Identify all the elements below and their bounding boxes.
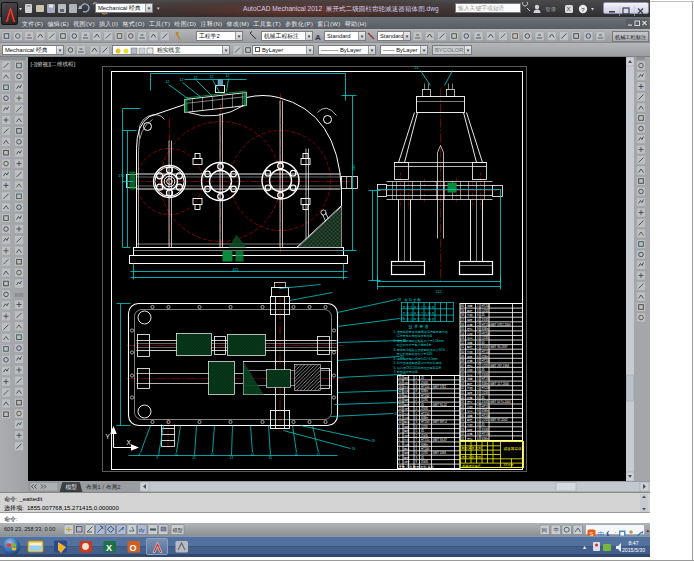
svg-text:油塞: 油塞 [467, 409, 473, 413]
svg-text:45: 45 [461, 373, 465, 377]
svg-text:12: 12 [194, 76, 198, 80]
svg-text:Q235: Q235 [482, 391, 489, 395]
svg-text:44: 44 [461, 377, 465, 381]
svg-text:HT200: HT200 [421, 420, 430, 424]
svg-text:螺栓: 螺栓 [404, 403, 410, 407]
svg-text:X: X [127, 439, 132, 446]
svg-text:45: 45 [482, 341, 486, 345]
svg-text:垫圈: 垫圈 [467, 386, 473, 390]
svg-text:7: 7 [477, 332, 479, 336]
svg-text:55: 55 [461, 327, 465, 331]
svg-text:模型: 模型 [66, 483, 78, 490]
svg-text:ZG35: ZG35 [482, 345, 489, 349]
svg-text:28: 28 [398, 298, 402, 302]
svg-text:35: 35 [461, 418, 465, 422]
svg-text:9: 9 [157, 456, 159, 460]
svg-text:XX大学: XX大学 [504, 463, 514, 467]
svg-text:挡圈: 挡圈 [467, 368, 473, 372]
svg-text:GB/T 297-1994: GB/T 297-1994 [490, 364, 510, 368]
svg-text:20: 20 [399, 376, 403, 380]
svg-text:GB/T 97-2002: GB/T 97-2002 [490, 418, 508, 422]
svg-text:2: 2 [416, 398, 418, 402]
svg-text:数齿压螺直中比模齿: 数齿压螺直中比模齿 [403, 305, 435, 309]
svg-text:60: 60 [461, 304, 465, 308]
svg-text:11: 11 [193, 456, 197, 460]
svg-text:螺栓: 螺栓 [467, 382, 473, 386]
svg-text:12: 12 [226, 74, 230, 78]
svg-text:45: 45 [482, 396, 486, 400]
svg-text:1: 1 [477, 386, 479, 390]
svg-text:轴承: 轴承 [467, 355, 473, 359]
svg-text:5: 5 [416, 394, 418, 398]
svg-text:3: 3 [477, 382, 479, 386]
svg-text:8: 8 [477, 350, 479, 354]
svg-text:销钉: 销钉 [403, 407, 410, 411]
svg-text:Y: Y [106, 433, 111, 440]
svg-text:端盖: 端盖 [467, 341, 473, 345]
svg-text:40: 40 [461, 396, 465, 400]
svg-text:8: 8 [416, 425, 418, 429]
svg-text:油塞: 油塞 [467, 373, 473, 377]
svg-text:· 登录: · 登录 [542, 6, 557, 13]
svg-text:19: 19 [399, 381, 403, 385]
svg-text:45: 45 [421, 376, 425, 380]
svg-text:制图 审核 比例: 制图 审核 比例 [462, 446, 482, 450]
svg-text:HT150: HT150 [421, 385, 430, 389]
svg-text:18: 18 [399, 385, 403, 389]
svg-text:9: 9 [477, 409, 479, 413]
svg-text:65Mn: 65Mn [482, 409, 489, 413]
svg-text:45: 45 [421, 456, 425, 460]
svg-text:GB/T 1096: GB/T 1096 [433, 451, 447, 455]
svg-text:垫圈: 垫圈 [467, 313, 473, 317]
svg-text:[-][俯视][二维线框]: [-][俯视][二维线框] [31, 61, 76, 68]
svg-text:32: 32 [461, 432, 465, 436]
svg-text:齿轮: 齿轮 [467, 364, 473, 368]
svg-text:HT150: HT150 [482, 350, 491, 354]
svg-text:31: 31 [461, 437, 465, 441]
svg-text:端盖: 端盖 [467, 304, 473, 308]
svg-text:ZG35: ZG35 [421, 434, 428, 438]
svg-text:X: X [567, 6, 571, 12]
svg-text:59: 59 [461, 309, 465, 313]
svg-text:36: 36 [461, 414, 465, 418]
svg-text:54: 54 [461, 332, 465, 336]
svg-text:1. 装配前所有零件用煤油清洗轴承用汽油: 1. 装配前所有零件用煤油清洗轴承用汽油 [394, 330, 448, 334]
svg-text:170: 170 [119, 174, 125, 178]
svg-text:轴承: 轴承 [467, 318, 473, 322]
svg-text:212: 212 [436, 290, 442, 294]
svg-text:3: 3 [477, 341, 479, 345]
svg-text:12: 12 [210, 75, 214, 79]
svg-text:Q235: Q235 [482, 364, 489, 368]
svg-text:垫片: 垫片 [404, 412, 410, 416]
svg-text:49: 49 [461, 355, 465, 359]
svg-text:5. 剖分面各接触面密封处均不许漏油: 5. 剖分面各接触面密封处均不许漏油 [394, 361, 442, 365]
svg-text:布局1 / 布局2: 布局1 / 布局2 [86, 484, 120, 491]
svg-text:4. 调整轴承轴向间隙0.05~0.1mm: 4. 调整轴承轴向间隙0.05~0.1mm [394, 357, 439, 361]
svg-text:12: 12 [166, 80, 170, 84]
svg-text:5: 5 [416, 429, 418, 433]
svg-text:GB/T 93-1987: GB/T 93-1987 [490, 345, 508, 349]
svg-text:GB/T 5782-2000: GB/T 5782-2000 [490, 323, 511, 327]
svg-text:HT200: HT200 [421, 447, 430, 451]
svg-text:4: 4 [477, 400, 479, 404]
svg-text:齿轮: 齿轮 [467, 327, 473, 331]
svg-text:10: 10 [399, 420, 403, 424]
svg-text:数齿压螺直中比模齿: 数齿压螺直中比模齿 [403, 311, 435, 315]
svg-text:65Mn: 65Mn [482, 355, 489, 359]
svg-text:A: A [315, 33, 321, 42]
svg-text:HT150: HT150 [482, 323, 491, 327]
svg-text:挡圈: 挡圈 [467, 332, 473, 336]
svg-text:序号 名称 数量 材料 备注: 序号 名称 数量 材料 备注 [399, 465, 434, 469]
svg-text:垫圈: 垫圈 [467, 423, 473, 427]
svg-text:52: 52 [461, 341, 465, 345]
svg-text:油塞: 油塞 [467, 336, 473, 340]
svg-text:2. 啮合侧隙用铅丝检验不小于0.16mm: 2. 啮合侧隙用铅丝检验不小于0.16mm [394, 339, 445, 343]
svg-text:销钉: 销钉 [403, 434, 410, 438]
svg-text:ZG35: ZG35 [482, 400, 489, 404]
svg-text:240: 240 [352, 165, 356, 171]
svg-text:12: 12 [211, 453, 215, 457]
svg-text:螺栓: 螺栓 [467, 345, 473, 349]
svg-text:销钉: 销钉 [403, 381, 410, 385]
svg-text:HT200: HT200 [482, 304, 491, 308]
svg-text:65Mn: 65Mn [482, 382, 489, 386]
